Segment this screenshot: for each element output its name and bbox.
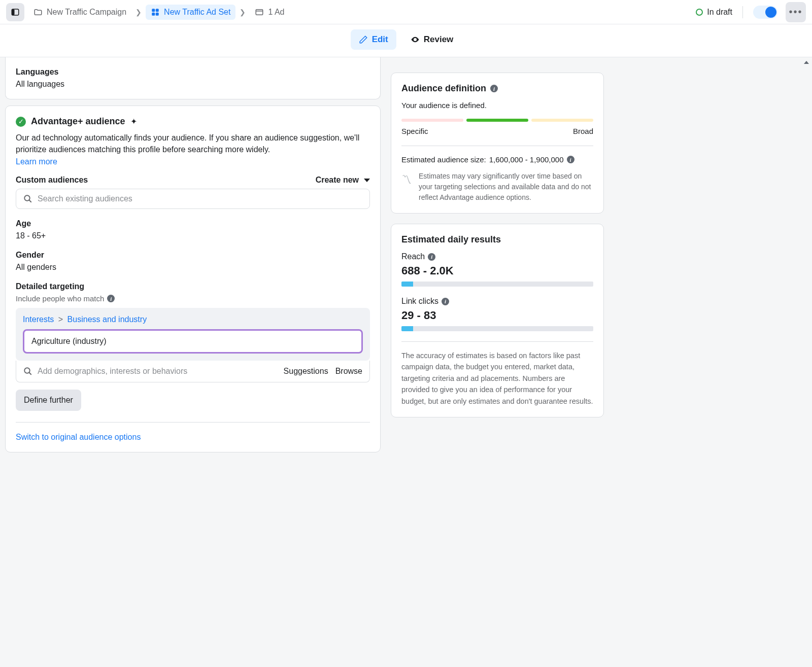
audience-meter [401, 119, 593, 122]
svg-rect-4 [152, 12, 155, 15]
browse-button[interactable]: Browse [335, 367, 362, 376]
breadcrumb-campaign-label: New Traffic Campaign [47, 8, 126, 17]
targeting-box: Interests > Business and industry Agricu… [16, 308, 370, 361]
clicks-value: 29 - 83 [401, 309, 593, 322]
gender-label: Gender [16, 251, 370, 260]
pencil-icon [359, 35, 368, 44]
trend-icon: 〽 [401, 172, 412, 187]
status-dot-icon [696, 9, 703, 16]
eye-icon [411, 35, 420, 44]
tab-edit-label: Edit [372, 34, 388, 45]
divider [401, 341, 593, 342]
meter-specific-label: Specific [401, 127, 428, 135]
svg-point-8 [414, 39, 416, 41]
daily-results-card: Estimated daily results Reach i 688 - 2.… [391, 224, 604, 417]
suggestions-button[interactable]: Suggestions [284, 367, 328, 376]
breadcrumb-adset[interactable]: New Traffic Ad Set [146, 5, 235, 20]
chevron-right-icon: ❯ [240, 8, 246, 16]
search-audiences-field[interactable] [38, 194, 362, 203]
audience-definition-title: Audience definition [401, 83, 486, 94]
include-people-label: Include people who match i [16, 294, 370, 303]
divider [742, 6, 743, 18]
caret-down-icon [364, 179, 370, 182]
reach-bar [401, 282, 593, 287]
search-audiences-input[interactable] [16, 189, 370, 209]
svg-rect-6 [256, 9, 263, 15]
info-icon[interactable]: i [442, 298, 449, 305]
audience-definition-status: Your audience is defined. [401, 101, 593, 110]
divider [16, 422, 370, 423]
learn-more-link[interactable]: Learn more [16, 157, 57, 166]
breadcrumb-ad[interactable]: 1 Ad [250, 5, 289, 20]
tabs-row: Edit Review [0, 24, 812, 57]
sparkle-icon: ✦ [130, 117, 137, 126]
info-icon[interactable]: i [567, 156, 574, 163]
search-icon [23, 194, 32, 203]
tab-review[interactable]: Review [402, 29, 462, 50]
targeting-breadcrumb: Interests > Business and industry [23, 315, 363, 324]
svg-point-9 [24, 196, 30, 201]
svg-point-11 [24, 368, 30, 374]
grid-icon [151, 8, 160, 17]
divider [401, 146, 593, 146]
audience-title: Advantage+ audience [31, 116, 125, 127]
estimated-size-value: 1,600,000 - 1,900,000 [489, 155, 564, 164]
svg-line-12 [29, 373, 31, 375]
switch-audience-link[interactable]: Switch to original audience options [16, 433, 370, 442]
clicks-bar [401, 326, 593, 331]
breadcrumb-campaign[interactable]: New Traffic Campaign [28, 5, 131, 20]
chevron-right-icon: ❯ [136, 8, 142, 16]
create-new-dropdown[interactable]: Create new [316, 175, 370, 185]
clicks-label: Link clicks [401, 297, 438, 306]
info-icon[interactable]: i [428, 253, 435, 261]
tab-edit[interactable]: Edit [351, 29, 396, 50]
more-menu-button[interactable]: ••• [786, 2, 806, 22]
estimated-size-row: Estimated audience size: 1,600,000 - 1,9… [401, 155, 593, 164]
svg-rect-3 [156, 9, 159, 12]
breadcrumb-ad-label: 1 Ad [268, 8, 284, 17]
age-label: Age [16, 219, 370, 228]
selected-interest-pill[interactable]: Agriculture (industry) [23, 329, 363, 354]
languages-card: Languages All languages [5, 57, 381, 99]
search-icon [23, 367, 32, 376]
languages-label: Languages [16, 67, 370, 77]
publish-toggle[interactable] [753, 6, 777, 19]
gender-value: All genders [16, 263, 370, 272]
age-value: 18 - 65+ [16, 231, 370, 240]
collapse-caret-icon[interactable] [804, 61, 809, 64]
svg-line-10 [29, 200, 31, 203]
languages-value: All languages [16, 80, 370, 89]
add-targeting-input[interactable] [38, 367, 279, 376]
check-circle-icon: ✓ [16, 117, 26, 127]
meter-broad-label: Broad [573, 127, 593, 135]
custom-audiences-label: Custom audiences [16, 175, 88, 185]
audience-card: ✓ Advantage+ audience ✦ Our ad technolog… [5, 106, 381, 452]
info-icon[interactable]: i [490, 85, 498, 92]
svg-rect-2 [152, 9, 155, 12]
audience-description: Our ad technology automatically finds yo… [16, 132, 370, 155]
add-targeting-row: Suggestions Browse [16, 361, 370, 382]
daily-results-title: Estimated daily results [401, 234, 593, 245]
info-icon[interactable]: i [107, 295, 115, 302]
top-bar: New Traffic Campaign ❯ New Traffic Ad Se… [0, 0, 812, 24]
ad-icon [255, 8, 264, 17]
panel-toggle-button[interactable] [6, 3, 24, 21]
breadcrumb-adset-label: New Traffic Ad Set [164, 8, 230, 17]
accuracy-note: The accuracy of estimates is based on fa… [401, 350, 593, 407]
status-text: In draft [707, 8, 732, 17]
estimate-note: 〽 Estimates may vary significantly over … [401, 171, 593, 203]
interests-link[interactable]: Interests [23, 315, 54, 324]
folder-icon [33, 8, 43, 17]
tab-review-label: Review [424, 34, 454, 45]
detailed-targeting-label: Detailed targeting [16, 282, 370, 291]
reach-label: Reach [401, 252, 425, 261]
create-new-label: Create new [316, 175, 359, 185]
audience-definition-card: Audience definition i Your audience is d… [391, 73, 604, 214]
svg-rect-1 [12, 9, 14, 15]
panel-icon [11, 8, 20, 17]
draft-status: In draft [696, 8, 732, 17]
define-further-button[interactable]: Define further [16, 390, 81, 411]
reach-value: 688 - 2.0K [401, 264, 593, 277]
svg-rect-5 [156, 12, 159, 15]
business-industry-link[interactable]: Business and industry [67, 315, 147, 324]
